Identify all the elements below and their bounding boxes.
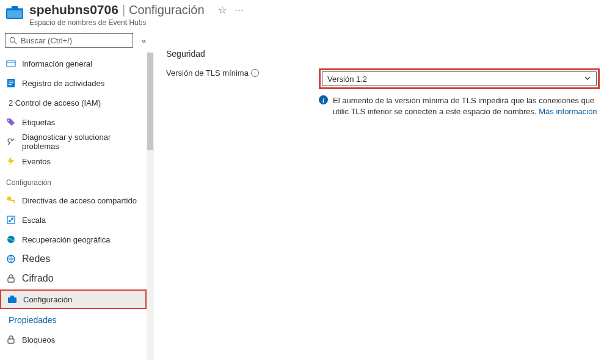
page-header: spehubns0706 | Configuración ☆ ··· Espac… [0, 0, 604, 29]
main-content: Seguridad Versión de TLS mínima i Versió… [154, 29, 604, 360]
more-actions-icon[interactable]: ··· [235, 5, 244, 15]
page-title: Configuración [129, 3, 204, 17]
sidebar-scrollbar[interactable] [147, 53, 154, 360]
more-info-link[interactable]: Más información [539, 107, 597, 116]
sidebar-item-label: Etiquetas [22, 118, 55, 127]
sidebar-item-label: 2 Control de acceso (IAM) [9, 98, 101, 107]
tags-icon [6, 117, 16, 127]
activity-log-icon [6, 78, 16, 88]
resource-icon [6, 6, 23, 20]
sidebar-item-diagnose[interactable]: Diagnosticar y solucionar problemas [0, 132, 147, 151]
section-title-security: Seguridad [166, 49, 604, 59]
svg-rect-2 [12, 6, 18, 9]
svg-rect-18 [8, 278, 14, 282]
sidebar: « Información general Registro de activi… [0, 29, 154, 360]
resource-name: spehubns0706 [29, 2, 118, 17]
overview-icon [6, 59, 16, 68]
tls-info-text: El aumento de la versión mínima de TLS i… [333, 95, 600, 117]
favorite-star-icon[interactable]: ☆ [218, 4, 227, 16]
svg-rect-5 [7, 60, 15, 67]
sidebar-item-shared-access-policies[interactable]: Directivas de acceso compartido [0, 191, 147, 210]
sidebar-item-access-control[interactable]: 2 Control de acceso (IAM) [0, 93, 147, 112]
sidebar-item-locks[interactable]: Bloqueos [0, 330, 147, 349]
sidebar-item-label: Diagnosticar y solucionar problemas [22, 133, 147, 151]
tls-min-version-select[interactable]: Versión 1.2 [322, 71, 597, 86]
sidebar-item-scale[interactable]: Escala [0, 210, 147, 230]
svg-point-11 [8, 120, 9, 121]
svg-rect-10 [9, 84, 12, 85]
globe-icon [6, 235, 16, 244]
sidebar-search[interactable] [5, 33, 133, 48]
tls-min-version-label: Versión de TLS mínima [166, 68, 249, 78]
sidebar-item-label: Propiedades [9, 315, 57, 325]
sidebar-item-overview[interactable]: Información general [0, 54, 147, 73]
svg-rect-20 [10, 296, 14, 297]
svg-rect-14 [13, 201, 15, 203]
lock-icon [6, 335, 16, 344]
info-badge-icon: i [319, 95, 328, 104]
svg-line-4 [15, 42, 17, 44]
sidebar-item-properties[interactable]: Propiedades [0, 310, 147, 330]
sidebar-item-label: Recuperación geográfica [22, 235, 111, 244]
svg-rect-13 [10, 200, 15, 201]
svg-rect-1 [7, 10, 23, 18]
title-separator: | [122, 3, 125, 17]
sidebar-item-label: Directivas de acceso compartido [22, 196, 137, 205]
search-icon [9, 37, 17, 45]
sidebar-item-configuration[interactable]: Configuración [0, 289, 147, 309]
sidebar-item-geo-recovery[interactable]: Recuperación geográfica [0, 230, 147, 249]
sidebar-item-label: Cifrado [22, 273, 54, 284]
sidebar-item-networking[interactable]: Redes [0, 249, 147, 269]
network-icon [6, 254, 16, 264]
sidebar-item-activity-log[interactable]: Registro de actividades [0, 73, 147, 93]
svg-rect-9 [9, 82, 13, 83]
collapse-sidebar-icon[interactable]: « [142, 36, 146, 45]
info-icon[interactable]: i [251, 69, 259, 77]
sidebar-item-label: Información general [22, 59, 92, 68]
events-icon [6, 156, 16, 166]
sidebar-item-label: Registro de actividades [22, 79, 104, 88]
sidebar-scrollbar-thumb[interactable] [147, 53, 153, 150]
svg-rect-8 [9, 81, 13, 81]
chevron-down-icon [584, 75, 591, 84]
sidebar-item-label: Bloqueos [22, 335, 55, 344]
key-icon [6, 195, 16, 205]
svg-rect-19 [8, 297, 16, 303]
sidebar-item-label: Redes [22, 253, 50, 264]
diagnose-icon [6, 137, 16, 147]
sidebar-item-events[interactable]: Eventos [0, 151, 147, 171]
sidebar-item-label: Configuración [23, 295, 72, 304]
search-input[interactable] [21, 36, 129, 45]
scale-icon [6, 215, 16, 225]
lock-icon [6, 274, 16, 283]
svg-rect-21 [8, 339, 14, 343]
sidebar-item-label: Eventos [22, 157, 51, 166]
svg-point-3 [10, 37, 15, 42]
sidebar-item-encryption[interactable]: Cifrado [0, 269, 147, 288]
sidebar-group-configuration: Configuración [0, 171, 147, 191]
sidebar-item-label: Escala [22, 216, 46, 225]
tls-select-highlight: Versión 1.2 [319, 68, 600, 89]
toolbox-icon [7, 294, 17, 304]
sidebar-item-tags[interactable]: Etiquetas [0, 112, 147, 132]
select-value: Versión 1.2 [327, 75, 367, 84]
resource-type-label: Espacio de nombres de Event Hubs [29, 18, 244, 27]
